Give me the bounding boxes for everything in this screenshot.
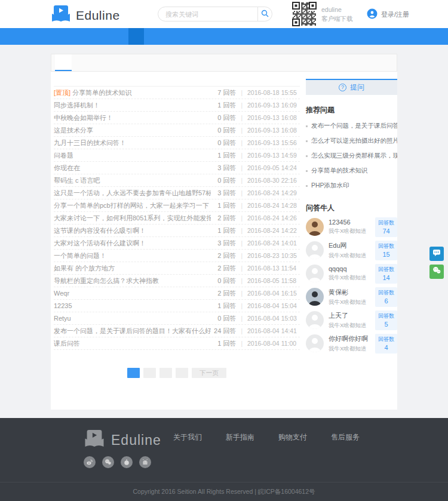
expert-row[interactable]: qqqqq 我牛X啥都知道 回答数 14: [306, 264, 397, 283]
divider: |: [241, 228, 243, 234]
question-row[interactable]: 分享一个简单的pcb打样的网站，大家一起来学习一下！ 1 回答 | 2016-0…: [54, 199, 300, 212]
nav-item[interactable]: [128, 28, 144, 45]
expert-row[interactable]: Edu网 我牛X啥都知道 回答数 15: [306, 241, 397, 260]
recommended-question[interactable]: 怎么才可以逆光拍摄出好的照片？: [306, 137, 397, 145]
tab[interactable]: [105, 54, 122, 71]
nav-item[interactable]: [82, 28, 97, 45]
recommended-question[interactable]: PHP添加水印: [306, 182, 397, 190]
question-row[interactable]: 这是技术分享 0 回答 | 2016-09-13 16:08: [54, 124, 300, 137]
main-area: [置顶]分享简单的技术知识 7 回答 | 2016-08-18 15:55 同步…: [51, 72, 397, 378]
chat-button[interactable]: [429, 247, 444, 261]
question-title[interactable]: 导航栏的重定向怎么搞？求大神指教: [54, 276, 211, 285]
question-title[interactable]: [置顶]分享简单的技术知识: [54, 88, 211, 97]
question-title-text: 问卷题: [54, 152, 73, 159]
expert-info: Edu网 我牛X啥都知道: [329, 241, 375, 260]
question-title[interactable]: 如果有 的个放方地方: [54, 264, 211, 273]
question-title[interactable]: 中秋晚会如期举行！: [54, 113, 211, 122]
search-input[interactable]: [158, 7, 257, 21]
question-title[interactable]: 同步选择机制！: [54, 101, 211, 110]
nav-item[interactable]: [66, 28, 82, 45]
question-title[interactable]: 大家对这个活动有什么建议啊！: [54, 239, 211, 248]
question-title[interactable]: 课后问答: [54, 339, 211, 348]
pagination-page[interactable]: [159, 368, 172, 378]
login-register-link[interactable]: 登录/注册: [367, 8, 409, 20]
question-row[interactable]: 课后问答 1 回答 | 2016-08-04 11:00: [54, 337, 300, 350]
expert-desc: 我牛X啥都知道: [329, 322, 375, 330]
question-row[interactable]: 同步选择机制！ 1 回答 | 2016-09-13 16:09: [54, 99, 300, 112]
recommended-question[interactable]: 怎么实现三级分类那样展示，现在只有一级: [306, 152, 397, 160]
nav-item[interactable]: [113, 28, 128, 45]
question-row[interactable]: 这只是一个活动，人永远不要去参加青年山地越野57标志吧！ 3 回答 | 2016…: [54, 187, 300, 199]
question-title[interactable]: 分享一个简单的pcb打样的网站，大家一起来学习一下！: [54, 201, 211, 210]
question-title[interactable]: 问卷题: [54, 151, 211, 160]
question-row[interactable]: Retyu 0 回答 | 2016-08-04 15:03: [54, 312, 300, 325]
question-title[interactable]: 九月十三日的技术问答！: [54, 139, 211, 147]
question-row[interactable]: 大家对这个活动有什么建议啊！ 3 回答 | 2016-08-24 14:01: [54, 237, 300, 250]
wechat-social-icon[interactable]: [102, 456, 114, 468]
question-row[interactable]: 这节课的内容没有什么吸引啊！ 1 回答 | 2016-08-24 14:22: [54, 225, 300, 237]
pagination: 下一页: [54, 368, 300, 378]
question-row[interactable]: 一个简单的问题！ 2 回答 | 2016-08-23 10:35: [54, 250, 300, 262]
weibo-icon[interactable]: [84, 456, 96, 468]
question-row[interactable]: [置顶]分享简单的技术知识 7 回答 | 2016-08-18 15:55: [54, 87, 300, 99]
recommended-question[interactable]: 发布一个问题，是关于课后问答的题目！大家...: [306, 122, 397, 130]
expert-row[interactable]: 黄保彬 我牛X啥都知道 回答数 6: [306, 287, 397, 306]
pagination-page[interactable]: [176, 368, 188, 378]
question-meta: 24 回答 | 2016-08-04 14:41: [211, 327, 300, 336]
question-title[interactable]: 这是技术分享: [54, 126, 211, 135]
question-title[interactable]: Weqr: [54, 290, 211, 297]
divider: |: [241, 265, 243, 272]
question-date: 2016-09-13 14:59: [247, 152, 300, 159]
question-title[interactable]: 帮码生 c 语言吧: [54, 176, 211, 185]
question-row[interactable]: 如果有 的个放方地方 2 回答 | 2016-08-13 11:54: [54, 262, 300, 275]
tab[interactable]: [122, 54, 139, 71]
question-title[interactable]: 一个简单的问题！: [54, 251, 211, 260]
expert-desc: 我牛X啥都知道: [329, 252, 375, 260]
expert-name: qqqqq: [329, 265, 375, 272]
brand-logo[interactable]: Eduline: [51, 5, 120, 25]
footer-column-title: 购物支付: [278, 432, 307, 442]
question-title[interactable]: 这只是一个活动，人永远不要去参加青年山地越野57标志吧！: [54, 189, 211, 198]
question-title[interactable]: 发布一个问题，是关于课后问答的题目！大家有什么好的建议！: [54, 327, 211, 336]
question-row[interactable]: 九月十三日的技术问答！ 0 回答 | 2016-09-13 15:56: [54, 137, 300, 149]
question-row[interactable]: 你现在在 3 回答 | 2016-09-05 14:24: [54, 162, 300, 174]
question-title[interactable]: 大家来讨论一下，如何利用8051系列，实现红外能发报警功能，用keilc来写！: [54, 214, 211, 223]
question-row[interactable]: 12235 1 回答 | 2016-08-04 15:04: [54, 300, 300, 312]
pagination-next-button[interactable]: 下一页: [192, 368, 226, 378]
expert-row[interactable]: 123456 我牛X啥都知道 回答数 74: [306, 217, 397, 236]
question-title[interactable]: 12235: [54, 302, 211, 309]
question-title[interactable]: 这节课的内容没有什么吸引啊！: [54, 226, 211, 235]
question-row[interactable]: 问卷题 1 回答 | 2016-09-13 14:59: [54, 149, 300, 162]
expert-desc: 我牛X啥都知道: [329, 228, 375, 235]
nav-item[interactable]: [97, 28, 113, 45]
question-row[interactable]: 发布一个问题，是关于课后问答的题目！大家有什么好的建议！ 24 回答 | 201…: [54, 325, 300, 337]
nav-item[interactable]: [144, 28, 159, 45]
answer-count-badge: 回答数 74: [375, 217, 397, 237]
question-meta: 0 回答 | 2016-09-13 16:08: [211, 113, 300, 122]
question-title[interactable]: 你现在在: [54, 164, 211, 173]
apple-icon[interactable]: [121, 456, 133, 468]
question-row[interactable]: 大家来讨论一下，如何利用8051系列，实现红外能发报警功能，用keilc来写！ …: [54, 212, 300, 225]
search-button[interactable]: [257, 7, 272, 21]
question-row[interactable]: 帮码生 c 语言吧 0 回答 | 2016-08-30 22:16: [54, 174, 300, 187]
tab[interactable]: [88, 54, 105, 71]
question-row[interactable]: Weqr 2 回答 | 2016-08-04 16:15: [54, 287, 300, 300]
android-icon[interactable]: [139, 456, 151, 468]
question-meta: 3 回答 | 2016-08-24 14:29: [211, 189, 300, 198]
expert-row[interactable]: 上天了 我牛X啥都知道 回答数 5: [306, 311, 397, 330]
recommended-question[interactable]: 分享简单的技术知识: [306, 167, 397, 175]
nav-item[interactable]: [51, 28, 66, 45]
tab[interactable]: [72, 54, 88, 71]
pagination-page[interactable]: [127, 368, 140, 378]
tab[interactable]: [55, 54, 72, 71]
question-date: 2016-09-13 15:56: [247, 139, 300, 146]
wechat-button[interactable]: [429, 265, 444, 279]
question-row[interactable]: 中秋晚会如期举行！ 0 回答 | 2016-09-13 16:08: [54, 112, 300, 124]
pagination-page[interactable]: [143, 368, 156, 378]
expert-row[interactable]: 你好啊你好啊 我牛X啥都知道 回答数 4: [306, 334, 397, 353]
question-row[interactable]: 导航栏的重定向怎么搞？求大神指教 0 回答 | 2016-08-05 11:58: [54, 275, 300, 287]
question-title[interactable]: Retyu: [54, 315, 211, 322]
bullet-icon: [306, 185, 308, 187]
ask-question-button[interactable]: ? 提问: [306, 79, 397, 95]
answer-count-badge: 回答数 6: [375, 287, 397, 307]
